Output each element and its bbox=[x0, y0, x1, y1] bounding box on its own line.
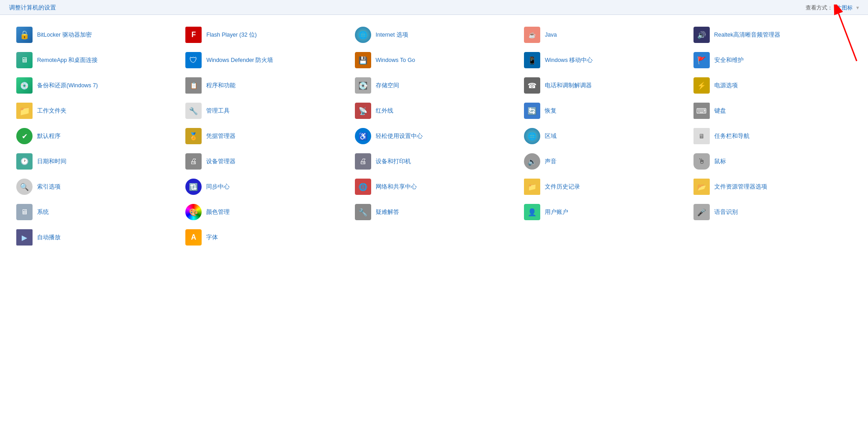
backup-icon: 💿 bbox=[16, 77, 33, 94]
index-icon: 🔍 bbox=[16, 179, 33, 195]
folder-icon: 📁 bbox=[16, 103, 33, 119]
control-item-defender[interactable]: 🛡Windows Defender 防火墙 bbox=[180, 47, 349, 73]
mouse-label: 鼠标 bbox=[714, 158, 726, 165]
bitlocker-icon: 🔒 bbox=[16, 27, 33, 43]
winmobile-icon: 📱 bbox=[524, 52, 540, 68]
control-item-color[interactable]: 🎨颜色管理 bbox=[180, 199, 349, 225]
control-item-manage[interactable]: 🔧管理工具 bbox=[180, 98, 349, 123]
internet-icon: 🌐 bbox=[355, 27, 371, 43]
view-controls: 查看方式： 大图标 ▾ bbox=[806, 4, 859, 12]
region-icon: 🌐 bbox=[524, 128, 540, 144]
control-item-datetime[interactable]: 🕐日期和时间 bbox=[11, 149, 180, 174]
control-item-windowsto[interactable]: 💾Windows To Go bbox=[349, 47, 519, 73]
sync-label: 同步中心 bbox=[206, 183, 230, 190]
printer-label: 设备和打印机 bbox=[376, 158, 411, 165]
control-item-trouble[interactable]: 🔧疑难解答 bbox=[349, 199, 519, 225]
items-grid: 🔒BitLocker 驱动器加密FFlash Player (32 位)🌐Int… bbox=[11, 22, 857, 250]
control-item-internet[interactable]: 🌐Internet 选项 bbox=[349, 22, 519, 47]
ease-icon: ♿ bbox=[355, 128, 371, 144]
system-icon: 🖥 bbox=[16, 204, 33, 220]
control-item-phone[interactable]: ☎电话和调制解调器 bbox=[519, 73, 688, 98]
view-mode[interactable]: 大图标 bbox=[836, 4, 853, 12]
region-label: 区域 bbox=[545, 132, 557, 140]
control-item-remoteapp[interactable]: 🖥RemoteApp 和桌面连接 bbox=[11, 47, 180, 73]
page-title: 调整计算机的设置 bbox=[9, 4, 56, 12]
font-icon: A bbox=[185, 229, 202, 246]
control-item-winmobile[interactable]: 📱Windows 移动中心 bbox=[519, 47, 688, 73]
control-item-font[interactable]: A字体 bbox=[180, 225, 349, 250]
control-item-power[interactable]: ⚡电源选项 bbox=[688, 73, 857, 98]
programs-label: 程序和功能 bbox=[206, 82, 236, 89]
ease-label: 轻松使用设置中心 bbox=[376, 132, 423, 140]
control-item-infrared[interactable]: 📡红外线 bbox=[349, 98, 519, 123]
control-item-security[interactable]: 🚩安全和维护 bbox=[688, 47, 857, 73]
user-icon: 👤 bbox=[524, 204, 540, 220]
default-icon: ✔ bbox=[16, 128, 33, 144]
control-item-printer[interactable]: 🖨设备和打印机 bbox=[349, 149, 519, 174]
bitlocker-label: BitLocker 驱动器加密 bbox=[37, 31, 92, 38]
control-item-recovery[interactable]: 🔄恢复 bbox=[519, 98, 688, 123]
control-item-bitlocker[interactable]: 🔒BitLocker 驱动器加密 bbox=[11, 22, 180, 47]
control-item-folder[interactable]: 📁工作文件夹 bbox=[11, 98, 180, 123]
flash-icon: F bbox=[185, 27, 202, 43]
top-bar: 调整计算机的设置 查看方式： 大图标 ▾ bbox=[0, 0, 868, 15]
control-item-index[interactable]: 🔍索引选项 bbox=[11, 174, 180, 199]
datetime-label: 日期和时间 bbox=[37, 158, 66, 165]
credential-icon: 🏅 bbox=[185, 128, 202, 144]
control-item-mouse[interactable]: 🖱鼠标 bbox=[688, 149, 857, 174]
control-item-flash[interactable]: FFlash Player (32 位) bbox=[180, 22, 349, 47]
windowsto-label: Windows To Go bbox=[376, 57, 415, 64]
control-item-sound[interactable]: 🔈声音 bbox=[519, 149, 688, 174]
fileexp-icon: 📂 bbox=[693, 179, 710, 195]
control-item-devmgr[interactable]: 🖨设备管理器 bbox=[180, 149, 349, 174]
phone-icon: ☎ bbox=[524, 77, 540, 94]
manage-icon: 🔧 bbox=[185, 103, 202, 119]
control-item-fileexp[interactable]: 📂文件资源管理器选项 bbox=[688, 174, 857, 199]
control-item-taskbar[interactable]: 🖥任务栏和导航 bbox=[688, 123, 857, 149]
control-item-user[interactable]: 👤用户账户 bbox=[519, 199, 688, 225]
flash-label: Flash Player (32 位) bbox=[206, 31, 257, 38]
realtek-label: Realtek高清晰音频管理器 bbox=[714, 31, 780, 38]
programs-icon: 📋 bbox=[185, 77, 202, 94]
sync-icon: 🔃 bbox=[185, 179, 202, 195]
control-item-backup[interactable]: 💿备份和还原(Windows 7) bbox=[11, 73, 180, 98]
sound-icon: 🔈 bbox=[524, 153, 540, 170]
filehist-label: 文件历史记录 bbox=[545, 183, 580, 190]
control-item-sync[interactable]: 🔃同步中心 bbox=[180, 174, 349, 199]
control-item-system[interactable]: 🖥系统 bbox=[11, 199, 180, 225]
winmobile-label: Windows 移动中心 bbox=[545, 57, 593, 64]
control-item-autoplay[interactable]: ▶自动播放 bbox=[11, 225, 180, 250]
control-item-storage[interactable]: 💽存储空间 bbox=[349, 73, 519, 98]
control-item-credential[interactable]: 🏅凭据管理器 bbox=[180, 123, 349, 149]
view-label: 查看方式： bbox=[806, 4, 833, 12]
control-panel-content: 🔒BitLocker 驱动器加密FFlash Player (32 位)🌐Int… bbox=[0, 15, 868, 257]
devmgr-icon: 🖨 bbox=[185, 153, 202, 170]
speech-label: 语音识别 bbox=[714, 208, 738, 216]
datetime-icon: 🕐 bbox=[16, 153, 33, 170]
devmgr-label: 设备管理器 bbox=[206, 158, 236, 165]
control-item-filehist[interactable]: 📁文件历史记录 bbox=[519, 174, 688, 199]
autoplay-icon: ▶ bbox=[16, 229, 33, 246]
control-item-speech[interactable]: 🎤语音识别 bbox=[688, 199, 857, 225]
infrared-icon: 📡 bbox=[355, 103, 371, 119]
infrared-label: 红外线 bbox=[376, 107, 393, 114]
storage-icon: 💽 bbox=[355, 77, 371, 94]
system-label: 系统 bbox=[37, 208, 49, 216]
default-label: 默认程序 bbox=[37, 132, 61, 140]
control-item-default[interactable]: ✔默认程序 bbox=[11, 123, 180, 149]
control-item-network[interactable]: 🌐网络和共享中心 bbox=[349, 174, 519, 199]
java-icon: ☕ bbox=[524, 27, 540, 43]
recovery-icon: 🔄 bbox=[524, 103, 540, 119]
index-label: 索引选项 bbox=[37, 183, 61, 190]
control-item-programs[interactable]: 📋程序和功能 bbox=[180, 73, 349, 98]
control-item-realtek[interactable]: 🔊Realtek高清晰音频管理器 bbox=[688, 22, 857, 47]
control-item-region[interactable]: 🌐区域 bbox=[519, 123, 688, 149]
control-item-keyboard[interactable]: ⌨键盘 bbox=[688, 98, 857, 123]
user-label: 用户账户 bbox=[545, 208, 568, 216]
defender-icon: 🛡 bbox=[185, 52, 202, 68]
control-item-ease[interactable]: ♿轻松使用设置中心 bbox=[349, 123, 519, 149]
folder-label: 工作文件夹 bbox=[37, 107, 66, 114]
security-label: 安全和维护 bbox=[714, 57, 744, 64]
control-item-java[interactable]: ☕Java bbox=[519, 22, 688, 47]
credential-label: 凭据管理器 bbox=[206, 132, 236, 140]
